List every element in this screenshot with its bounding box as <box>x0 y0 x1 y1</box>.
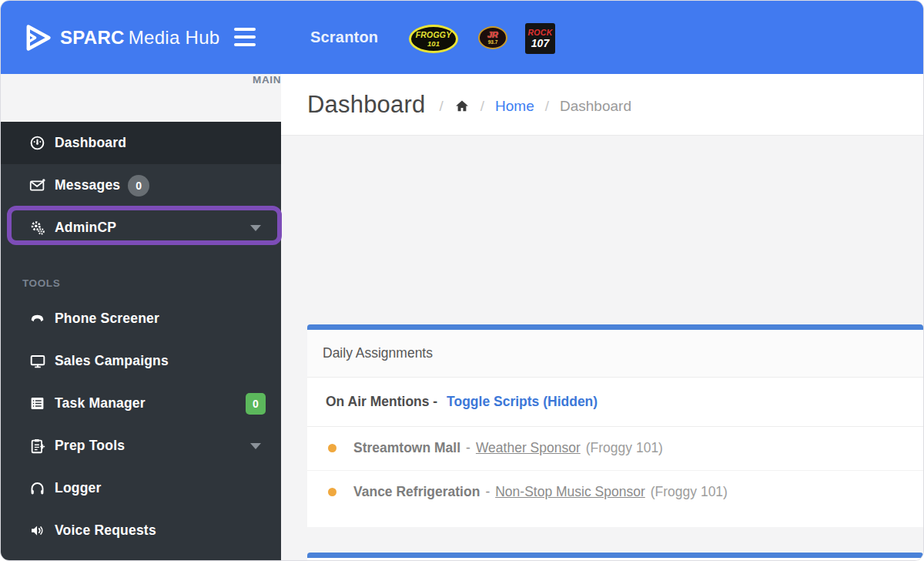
phone-handset-icon <box>27 311 48 327</box>
assignment-client: Streamtown Mall <box>353 440 460 456</box>
assignment-row: Vance Refrigeration - Non-Stop Music Spo… <box>307 470 923 527</box>
market-name: Scranton <box>310 1 378 74</box>
sidebar-item-label: Dashboard <box>55 135 126 151</box>
breadcrumb-separator: / <box>545 98 549 115</box>
sidebar-item-messages[interactable]: Messages 0 <box>1 164 281 207</box>
sidebar-item-sales-campaigns[interactable]: Sales Campaigns <box>1 340 281 382</box>
sidebar-item-label: Phone Screener <box>55 311 159 327</box>
section-label: MAIN <box>253 74 281 86</box>
brand-logo[interactable]: SPARCMedia Hub <box>22 1 220 74</box>
breadcrumb-separator: / <box>439 98 443 115</box>
chevron-down-icon <box>250 443 261 449</box>
task-count-badge: 0 <box>246 393 266 415</box>
breadcrumb-home-link[interactable]: Home <box>495 98 534 115</box>
sidebar-section-tools: TOOLS <box>1 249 281 297</box>
station-logo-froggy101[interactable]: FROGGY 101 <box>409 25 458 53</box>
app-window: SPARCMedia Hub Scranton FROGGY 101 JR 93… <box>0 0 924 561</box>
content-area: Daily Assignments On Air Mentions - Togg… <box>281 136 923 561</box>
sidebar-item-label: Task Manager <box>55 395 146 412</box>
sidebar: MAIN Dashboard <box>1 74 281 561</box>
station-logo-text: JR <box>487 31 498 39</box>
section-label: TOOLS <box>22 277 60 289</box>
daily-assignments-panel: Daily Assignments On Air Mentions - Togg… <box>307 324 923 527</box>
page-title: Dashboard <box>307 91 425 119</box>
sidebar-item-label: Prep Tools <box>55 438 125 454</box>
sidebar-item-admincp[interactable]: AdminCP <box>1 207 281 249</box>
panel-header: Daily Assignments <box>307 330 923 378</box>
content-header: Dashboard / / Home / Dashboard <box>281 74 923 136</box>
main-content: Dashboard / / Home / Dashboard <box>281 74 923 561</box>
assignment-station: (Froggy 101) <box>586 440 663 456</box>
sidebar-item-voice-requests[interactable]: Voice Requests <box>1 509 281 552</box>
assignment-dash: - <box>466 440 470 456</box>
envelope-icon <box>27 177 48 193</box>
station-logo-text: 101 <box>427 40 440 48</box>
sidebar-item-label: Messages <box>55 177 120 193</box>
breadcrumb-current: Dashboard <box>560 98 631 115</box>
assignment-dash: - <box>485 484 490 500</box>
menu-toggle-button[interactable] <box>234 28 256 46</box>
sidebar-item-label: Sales Campaigns <box>55 353 169 369</box>
chevron-down-icon <box>250 225 261 231</box>
assignment-station: (Froggy 101) <box>651 484 728 500</box>
sidebar-section-main: MAIN <box>1 74 281 122</box>
breadcrumb-separator: / <box>480 98 484 115</box>
bullet-dot-icon <box>328 444 336 452</box>
sidebar-item-label: Logger <box>55 480 102 496</box>
station-logo-text: FROGGY <box>416 31 452 39</box>
gauge-icon <box>27 135 48 151</box>
clipboard-arrow-icon <box>27 438 48 455</box>
headphones-icon <box>27 480 48 496</box>
sidebar-item-label: AdminCP <box>55 220 116 236</box>
brand-bold: SPARC <box>60 27 125 48</box>
brand-light: Media Hub <box>129 27 220 48</box>
brand-text: SPARCMedia Hub <box>60 27 220 49</box>
station-logo-jr937[interactable]: JR 93.7 <box>478 26 507 49</box>
gears-icon <box>27 220 48 236</box>
station-logo-text: ROCK <box>527 29 552 37</box>
hamburger-bar <box>234 28 256 31</box>
sidebar-item-phone-screener[interactable]: Phone Screener <box>1 297 281 340</box>
speaker-icon <box>27 522 48 539</box>
topbar: SPARCMedia Hub Scranton FROGGY 101 JR 93… <box>1 1 923 74</box>
assignment-row: Streamtown Mall - Weather Sponsor (Frogg… <box>307 427 923 470</box>
monitor-icon <box>27 353 48 369</box>
list-icon <box>27 395 48 412</box>
station-logo-text: 107 <box>531 38 549 49</box>
bullet-dot-icon <box>328 488 336 496</box>
sidebar-item-dashboard[interactable]: Dashboard <box>1 122 281 164</box>
on-air-label: On Air Mentions - <box>326 394 437 409</box>
sparc-play-triangle-icon <box>22 22 53 53</box>
sidebar-item-logger[interactable]: Logger <box>1 467 281 509</box>
hamburger-bar <box>234 35 256 39</box>
toggle-scripts-link[interactable]: Toggle Scripts (Hidden) <box>447 394 598 409</box>
assignment-sponsor-link[interactable]: Non-Stop Music Sponsor <box>495 484 645 500</box>
next-panel-partial <box>307 553 923 561</box>
breadcrumb: / / Home / Dashboard <box>439 98 631 115</box>
home-icon[interactable] <box>454 99 470 113</box>
assignment-sponsor-link[interactable]: Weather Sponsor <box>476 440 581 456</box>
hamburger-bar <box>234 43 256 46</box>
sidebar-item-task-manager[interactable]: Task Manager 0 <box>1 382 281 425</box>
station-logo-text: 93.7 <box>488 40 498 45</box>
sidebar-item-label: Voice Requests <box>55 522 156 539</box>
panel-title: Daily Assignments <box>323 345 433 361</box>
assignment-client: Vance Refrigeration <box>353 484 480 500</box>
sidebar-item-prep-tools[interactable]: Prep Tools <box>1 425 281 467</box>
on-air-mentions-row: On Air Mentions - Toggle Scripts (Hidden… <box>307 378 923 427</box>
messages-count-badge: 0 <box>128 175 149 197</box>
station-logo-rock107[interactable]: ROCK 107 <box>525 23 555 54</box>
